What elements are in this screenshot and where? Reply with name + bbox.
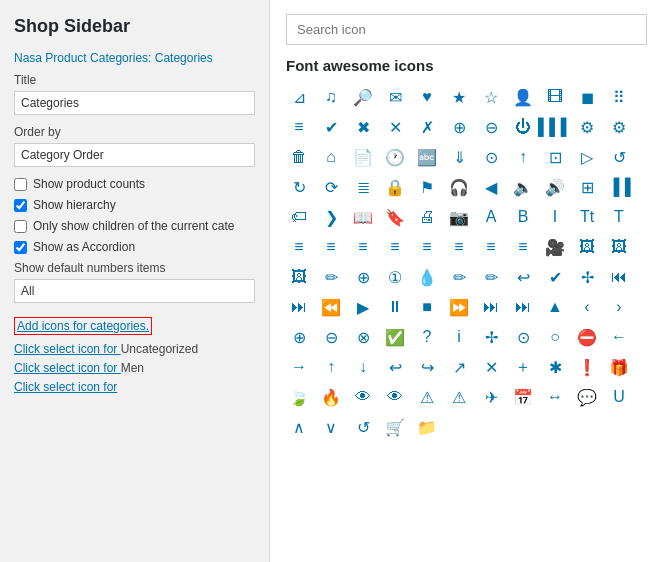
icon-item-19[interactable]: ▌▌▌	[542, 114, 568, 140]
icon-item-86[interactable]: ‹	[574, 294, 600, 320]
icon-item-74[interactable]: ✔	[542, 264, 568, 290]
icon-item-29[interactable]: ↑	[510, 144, 536, 170]
icon-item-58[interactable]: ≡	[382, 234, 408, 260]
icon-item-85[interactable]: ▲	[542, 294, 568, 320]
title-input[interactable]	[14, 91, 255, 115]
icon-item-7[interactable]: 👤	[510, 84, 536, 110]
icon-item-12[interactable]: ✔	[318, 114, 344, 140]
icon-item-24[interactable]: 📄	[350, 144, 376, 170]
icon-item-117[interactable]: 📅	[510, 384, 536, 410]
icon-item-121[interactable]: ∧	[286, 414, 312, 440]
icon-item-21[interactable]: ⚙	[606, 114, 632, 140]
icon-item-0[interactable]: ⊿	[286, 84, 312, 110]
icon-item-98[interactable]: ←	[606, 324, 632, 350]
icon-item-61[interactable]: ≡	[478, 234, 504, 260]
icon-item-76[interactable]: ⏮	[606, 264, 632, 290]
icon-item-64[interactable]: 🖼	[574, 234, 600, 260]
icon-item-83[interactable]: ⏭	[478, 294, 504, 320]
icon-item-71[interactable]: ✏	[446, 264, 472, 290]
icon-item-104[interactable]: ↗	[446, 354, 472, 380]
icon-item-111[interactable]: 🔥	[318, 384, 344, 410]
icon-item-79[interactable]: ▶	[350, 294, 376, 320]
icon-item-38[interactable]: 🎧	[446, 174, 472, 200]
icon-item-122[interactable]: ∨	[318, 414, 344, 440]
show-default-input[interactable]	[14, 279, 255, 303]
order-by-input[interactable]	[14, 143, 255, 167]
icon-item-94[interactable]: ✢	[478, 324, 504, 350]
icon-item-102[interactable]: ↩	[382, 354, 408, 380]
icon-item-67[interactable]: ✏	[318, 264, 344, 290]
icon-item-47[interactable]: 🔖	[382, 204, 408, 230]
icon-item-34[interactable]: ⟳	[318, 174, 344, 200]
icon-item-119[interactable]: 💬	[574, 384, 600, 410]
icon-item-113[interactable]: 👁	[382, 384, 408, 410]
icon-item-63[interactable]: 🎥	[542, 234, 568, 260]
checkbox-cb4[interactable]	[14, 241, 27, 254]
icon-item-6[interactable]: ☆	[478, 84, 504, 110]
icon-item-11[interactable]: ≡	[286, 114, 312, 140]
icon-item-87[interactable]: ›	[606, 294, 632, 320]
icon-item-55[interactable]: ≡	[286, 234, 312, 260]
icon-item-9[interactable]: ◼	[574, 84, 600, 110]
icon-item-97[interactable]: ⛔	[574, 324, 600, 350]
icon-item-72[interactable]: ✏	[478, 264, 504, 290]
icon-item-118[interactable]: ↔	[542, 384, 568, 410]
add-icons-link[interactable]: Add icons for categories.	[14, 317, 152, 335]
icon-item-65[interactable]: 🖼	[606, 234, 632, 260]
icon-item-43[interactable]: ▐▐	[606, 174, 632, 200]
icon-item-10[interactable]: ⠿	[606, 84, 632, 110]
icon-item-13[interactable]: ✖	[350, 114, 376, 140]
icon-item-31[interactable]: ▷	[574, 144, 600, 170]
icon-link-0[interactable]: Click select icon for Uncategorized	[14, 342, 255, 356]
icon-item-60[interactable]: ≡	[446, 234, 472, 260]
icon-item-27[interactable]: ⇓	[446, 144, 472, 170]
icon-item-44[interactable]: 🏷	[286, 204, 312, 230]
icon-item-80[interactable]: ⏸	[382, 294, 408, 320]
icon-item-16[interactable]: ⊕	[446, 114, 472, 140]
icon-item-59[interactable]: ≡	[414, 234, 440, 260]
icon-item-32[interactable]: ↺	[606, 144, 632, 170]
icon-item-107[interactable]: ✱	[542, 354, 568, 380]
icon-item-90[interactable]: ⊗	[350, 324, 376, 350]
icon-item-124[interactable]: 🛒	[382, 414, 408, 440]
icon-item-69[interactable]: ①	[382, 264, 408, 290]
icon-item-62[interactable]: ≡	[510, 234, 536, 260]
icon-item-100[interactable]: ↑	[318, 354, 344, 380]
icon-item-23[interactable]: ⌂	[318, 144, 344, 170]
icon-item-53[interactable]: Tt	[574, 204, 600, 230]
icon-item-54[interactable]: T	[606, 204, 632, 230]
icon-item-96[interactable]: ○	[542, 324, 568, 350]
icon-item-8[interactable]: 🎞	[542, 84, 568, 110]
icon-item-17[interactable]: ⊖	[478, 114, 504, 140]
icon-item-25[interactable]: 🕐	[382, 144, 408, 170]
icon-item-40[interactable]: 🔈	[510, 174, 536, 200]
icon-item-81[interactable]: ■	[414, 294, 440, 320]
icon-item-93[interactable]: i	[446, 324, 472, 350]
icon-item-95[interactable]: ⊙	[510, 324, 536, 350]
icon-item-48[interactable]: 🖨	[414, 204, 440, 230]
icon-item-88[interactable]: ⊕	[286, 324, 312, 350]
icon-item-77[interactable]: ⏭	[286, 294, 312, 320]
icon-item-106[interactable]: ＋	[510, 354, 536, 380]
icon-item-39[interactable]: ◀	[478, 174, 504, 200]
icon-item-78[interactable]: ⏪	[318, 294, 344, 320]
icon-item-92[interactable]: ?	[414, 324, 440, 350]
icon-item-49[interactable]: 📷	[446, 204, 472, 230]
icon-item-120[interactable]: U	[606, 384, 632, 410]
icon-item-82[interactable]: ⏩	[446, 294, 472, 320]
icon-item-109[interactable]: 🎁	[606, 354, 632, 380]
icon-item-28[interactable]: ⊙	[478, 144, 504, 170]
icon-item-108[interactable]: ❗	[574, 354, 600, 380]
icon-item-51[interactable]: B	[510, 204, 536, 230]
icon-item-57[interactable]: ≡	[350, 234, 376, 260]
icon-item-99[interactable]: →	[286, 354, 312, 380]
icon-item-20[interactable]: ⚙	[574, 114, 600, 140]
icon-item-5[interactable]: ★	[446, 84, 472, 110]
icon-item-73[interactable]: ↩	[510, 264, 536, 290]
icon-item-103[interactable]: ↪	[414, 354, 440, 380]
icon-item-15[interactable]: ✗	[414, 114, 440, 140]
icon-item-114[interactable]: ⚠	[414, 384, 440, 410]
checkbox-cb2[interactable]	[14, 199, 27, 212]
checkbox-cb1[interactable]	[14, 178, 27, 191]
icon-item-3[interactable]: ✉	[382, 84, 408, 110]
